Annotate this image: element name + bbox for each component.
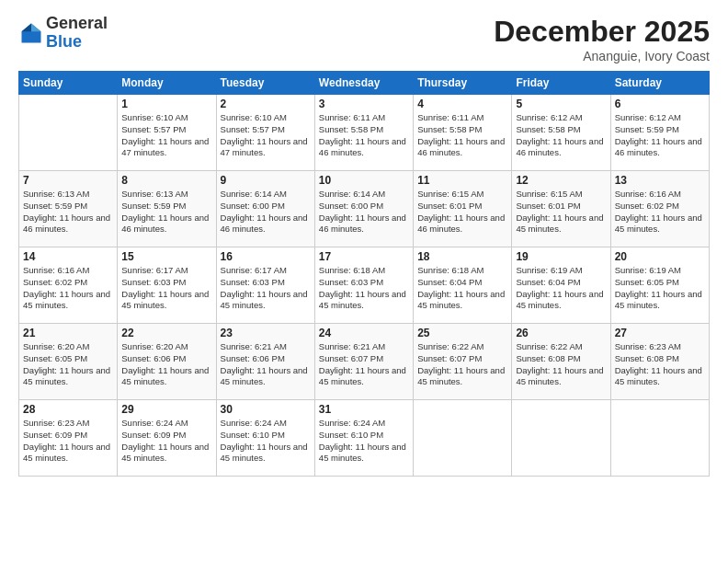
- day-cell: 11Sunrise: 6:15 AMSunset: 6:01 PMDayligh…: [414, 171, 512, 247]
- day-cell: [512, 400, 610, 477]
- day-number: 5: [516, 98, 606, 110]
- day-info: Sunrise: 6:23 AMSunset: 6:08 PMDaylight:…: [615, 341, 705, 388]
- day-info: Sunrise: 6:19 AMSunset: 6:05 PMDaylight:…: [615, 265, 705, 312]
- header-monday: Monday: [118, 72, 216, 95]
- day-number: 22: [121, 327, 211, 339]
- day-cell: 2Sunrise: 6:10 AMSunset: 5:57 PMDaylight…: [216, 95, 314, 171]
- day-info: Sunrise: 6:14 AMSunset: 6:00 PMDaylight:…: [319, 189, 409, 236]
- day-info: Sunrise: 6:16 AMSunset: 6:02 PMDaylight:…: [23, 265, 113, 312]
- day-cell: 28Sunrise: 6:23 AMSunset: 6:09 PMDayligh…: [19, 400, 118, 477]
- day-number: 30: [221, 403, 311, 416]
- day-cell: 10Sunrise: 6:14 AMSunset: 6:00 PMDayligh…: [314, 171, 413, 247]
- day-cell: [19, 95, 118, 171]
- day-info: Sunrise: 6:16 AMSunset: 6:02 PMDaylight:…: [615, 189, 705, 236]
- day-info: Sunrise: 6:14 AMSunset: 6:00 PMDaylight:…: [221, 189, 311, 236]
- month-year: December 2025: [494, 15, 710, 49]
- day-number: 2: [221, 98, 311, 110]
- day-cell: [414, 400, 512, 477]
- page: General Blue December 2025 Ananguie, Ivo…: [0, 0, 728, 563]
- calendar: Sunday Monday Tuesday Wednesday Thursday…: [18, 71, 710, 477]
- day-number: 1: [121, 98, 211, 110]
- day-cell: 19Sunrise: 6:19 AMSunset: 6:04 PMDayligh…: [512, 247, 610, 324]
- header-tuesday: Tuesday: [216, 72, 314, 95]
- day-number: 19: [516, 250, 606, 263]
- day-number: 14: [23, 250, 113, 263]
- day-info: Sunrise: 6:24 AMSunset: 6:10 PMDaylight:…: [319, 418, 409, 465]
- day-cell: 22Sunrise: 6:20 AMSunset: 6:06 PMDayligh…: [118, 324, 216, 400]
- day-cell: 26Sunrise: 6:22 AMSunset: 6:08 PMDayligh…: [512, 324, 610, 400]
- day-number: 15: [121, 250, 211, 263]
- logo-icon: [18, 20, 44, 46]
- day-cell: 15Sunrise: 6:17 AMSunset: 6:03 PMDayligh…: [118, 247, 216, 324]
- day-number: 31: [319, 403, 409, 416]
- day-info: Sunrise: 6:12 AMSunset: 5:59 PMDaylight:…: [615, 112, 705, 159]
- logo: General Blue: [18, 15, 108, 52]
- header-wednesday: Wednesday: [314, 72, 413, 95]
- day-cell: 29Sunrise: 6:24 AMSunset: 6:09 PMDayligh…: [118, 400, 216, 477]
- day-info: Sunrise: 6:11 AMSunset: 5:58 PMDaylight:…: [417, 112, 507, 159]
- day-number: 18: [417, 250, 507, 263]
- day-info: Sunrise: 6:12 AMSunset: 5:58 PMDaylight:…: [516, 112, 606, 159]
- header: General Blue December 2025 Ananguie, Ivo…: [18, 15, 710, 63]
- day-cell: [610, 400, 709, 477]
- day-info: Sunrise: 6:22 AMSunset: 6:07 PMDaylight:…: [417, 341, 507, 388]
- title-block: December 2025 Ananguie, Ivory Coast: [494, 15, 710, 63]
- week-row-2: 7Sunrise: 6:13 AMSunset: 5:59 PMDaylight…: [19, 171, 710, 247]
- day-info: Sunrise: 6:24 AMSunset: 6:10 PMDaylight:…: [221, 418, 311, 465]
- day-cell: 27Sunrise: 6:23 AMSunset: 6:08 PMDayligh…: [610, 324, 709, 400]
- day-number: 23: [221, 327, 311, 339]
- day-info: Sunrise: 6:23 AMSunset: 6:09 PMDaylight:…: [23, 418, 113, 465]
- logo-general: General: [46, 14, 108, 32]
- svg-marker-1: [31, 23, 41, 31]
- day-info: Sunrise: 6:19 AMSunset: 6:04 PMDaylight:…: [516, 265, 606, 312]
- day-cell: 17Sunrise: 6:18 AMSunset: 6:03 PMDayligh…: [314, 247, 413, 324]
- day-cell: 6Sunrise: 6:12 AMSunset: 5:59 PMDaylight…: [610, 95, 709, 171]
- day-cell: 16Sunrise: 6:17 AMSunset: 6:03 PMDayligh…: [216, 247, 314, 324]
- week-row-4: 21Sunrise: 6:20 AMSunset: 6:05 PMDayligh…: [19, 324, 710, 400]
- day-number: 16: [221, 250, 311, 263]
- day-info: Sunrise: 6:21 AMSunset: 6:07 PMDaylight:…: [319, 341, 409, 388]
- day-cell: 24Sunrise: 6:21 AMSunset: 6:07 PMDayligh…: [314, 324, 413, 400]
- day-number: 26: [516, 327, 606, 339]
- day-cell: 13Sunrise: 6:16 AMSunset: 6:02 PMDayligh…: [610, 171, 709, 247]
- day-number: 25: [417, 327, 507, 339]
- day-number: 9: [221, 174, 311, 187]
- day-cell: 23Sunrise: 6:21 AMSunset: 6:06 PMDayligh…: [216, 324, 314, 400]
- day-cell: 8Sunrise: 6:13 AMSunset: 5:59 PMDaylight…: [118, 171, 216, 247]
- day-number: 24: [319, 327, 409, 339]
- day-cell: 12Sunrise: 6:15 AMSunset: 6:01 PMDayligh…: [512, 171, 610, 247]
- day-info: Sunrise: 6:20 AMSunset: 6:05 PMDaylight:…: [23, 341, 113, 388]
- day-cell: 31Sunrise: 6:24 AMSunset: 6:10 PMDayligh…: [314, 400, 413, 477]
- day-cell: 4Sunrise: 6:11 AMSunset: 5:58 PMDaylight…: [414, 95, 512, 171]
- day-cell: 3Sunrise: 6:11 AMSunset: 5:58 PMDaylight…: [314, 95, 413, 171]
- week-row-5: 28Sunrise: 6:23 AMSunset: 6:09 PMDayligh…: [19, 400, 710, 477]
- day-info: Sunrise: 6:17 AMSunset: 6:03 PMDaylight:…: [121, 265, 211, 312]
- day-info: Sunrise: 6:18 AMSunset: 6:04 PMDaylight:…: [417, 265, 507, 312]
- week-row-3: 14Sunrise: 6:16 AMSunset: 6:02 PMDayligh…: [19, 247, 710, 324]
- day-cell: 30Sunrise: 6:24 AMSunset: 6:10 PMDayligh…: [216, 400, 314, 477]
- day-info: Sunrise: 6:18 AMSunset: 6:03 PMDaylight:…: [319, 265, 409, 312]
- day-number: 13: [615, 174, 705, 187]
- header-sunday: Sunday: [19, 72, 118, 95]
- day-cell: 7Sunrise: 6:13 AMSunset: 5:59 PMDaylight…: [19, 171, 118, 247]
- header-thursday: Thursday: [414, 72, 512, 95]
- day-cell: 25Sunrise: 6:22 AMSunset: 6:07 PMDayligh…: [414, 324, 512, 400]
- day-number: 17: [319, 250, 409, 263]
- day-info: Sunrise: 6:11 AMSunset: 5:58 PMDaylight:…: [319, 112, 409, 159]
- day-info: Sunrise: 6:15 AMSunset: 6:01 PMDaylight:…: [417, 189, 507, 236]
- day-cell: 14Sunrise: 6:16 AMSunset: 6:02 PMDayligh…: [19, 247, 118, 324]
- weekday-header-row: Sunday Monday Tuesday Wednesday Thursday…: [19, 72, 710, 95]
- day-number: 21: [23, 327, 113, 339]
- svg-marker-2: [22, 23, 32, 31]
- logo-blue: Blue: [46, 32, 82, 51]
- logo-text: General Blue: [46, 15, 108, 52]
- day-number: 10: [319, 174, 409, 187]
- day-info: Sunrise: 6:20 AMSunset: 6:06 PMDaylight:…: [121, 341, 211, 388]
- day-number: 12: [516, 174, 606, 187]
- day-info: Sunrise: 6:24 AMSunset: 6:09 PMDaylight:…: [121, 418, 211, 465]
- day-number: 8: [121, 174, 211, 187]
- day-info: Sunrise: 6:17 AMSunset: 6:03 PMDaylight:…: [221, 265, 311, 312]
- day-info: Sunrise: 6:13 AMSunset: 5:59 PMDaylight:…: [121, 189, 211, 236]
- header-saturday: Saturday: [610, 72, 709, 95]
- day-number: 7: [23, 174, 113, 187]
